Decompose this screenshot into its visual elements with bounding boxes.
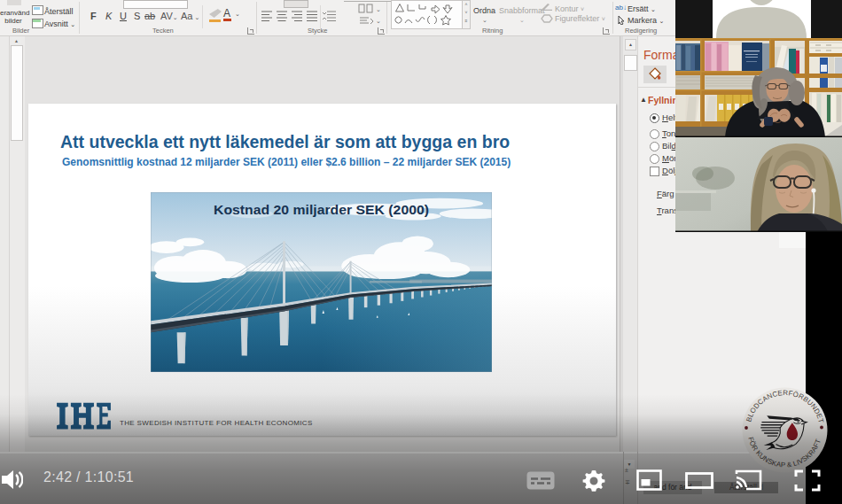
svg-text:Kostnad 20 miljarder SEK (2000: Kostnad 20 miljarder SEK (2000) [214, 202, 429, 217]
